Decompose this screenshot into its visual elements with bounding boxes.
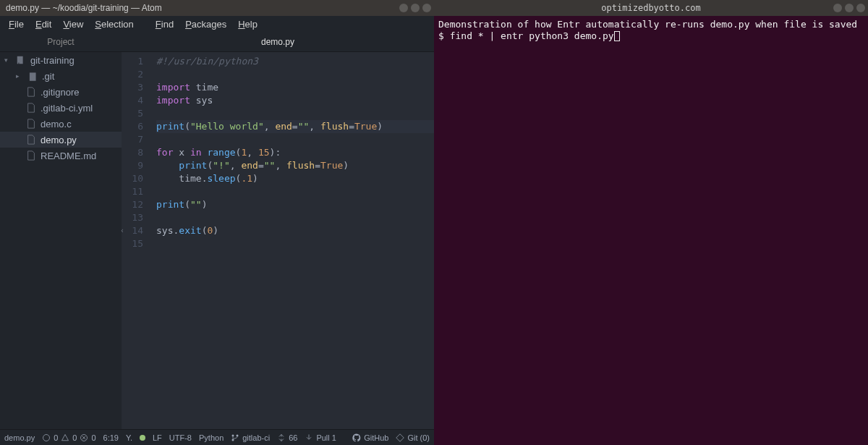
status-selection[interactable]: Y. <box>126 433 132 442</box>
maximize-icon[interactable] <box>411 4 420 12</box>
tree-item-label: demo.c <box>41 119 72 130</box>
status-diagnostics[interactable]: 0 0 0 <box>42 433 95 442</box>
tree-folder[interactable]: ▸▇.git <box>0 68 122 84</box>
status-git[interactable]: Git (0) <box>396 433 430 442</box>
tree-file[interactable]: .gitlab-ci.yml <box>0 100 122 116</box>
warn-icon <box>61 433 69 442</box>
terminal-body[interactable]: Demonstration of how Entr automatically … <box>434 16 868 445</box>
terminal-line: Demonstration of how Entr automatically … <box>438 19 864 30</box>
close-icon[interactable] <box>422 4 431 12</box>
line-gutter: 123456789101112131415 <box>122 52 150 429</box>
code-editor[interactable]: 123456789101112131415 #!/usr/bin/python3… <box>122 52 434 429</box>
tree-root[interactable]: ▾ git-training <box>0 52 122 68</box>
tree-item-label: .gitignore <box>41 87 79 98</box>
status-branch[interactable]: gitlab-ci <box>231 433 270 442</box>
tree-item-label: .gitlab-ci.yml <box>41 103 93 114</box>
terminal-title: optimizedbyotto.com <box>601 3 700 13</box>
menubar: File Edit View Selection Find Packages H… <box>0 16 434 32</box>
tabs-row: Project demo.py <box>0 32 434 52</box>
close-icon[interactable] <box>856 4 865 12</box>
svg-point-2 <box>232 434 234 436</box>
status-dot <box>140 435 145 441</box>
menu-find[interactable]: Find <box>151 17 178 31</box>
tree-root-label: git-training <box>30 55 75 66</box>
download-icon <box>305 433 313 442</box>
menu-selection[interactable]: Selection <box>90 17 137 31</box>
tree-file[interactable]: README.md <box>0 148 122 164</box>
tree-file[interactable]: .gitignore <box>0 84 122 100</box>
menu-view[interactable]: View <box>59 17 88 31</box>
tree-item-label: .git <box>42 71 54 82</box>
file-icon <box>26 103 36 113</box>
repo-icon <box>16 55 26 65</box>
maximize-icon[interactable] <box>845 4 854 12</box>
status-encoding[interactable]: UTF-8 <box>169 433 192 442</box>
fold-chevron-icon[interactable]: ‹ <box>120 224 124 237</box>
svg-point-4 <box>237 434 239 436</box>
tree-item-label: README.md <box>41 151 96 161</box>
minimize-icon[interactable] <box>399 4 408 12</box>
svg-point-0 <box>43 434 50 441</box>
window-controls[interactable] <box>833 4 865 12</box>
file-icon <box>26 135 36 145</box>
cursor-icon <box>614 31 620 41</box>
tree-file[interactable]: demo.py <box>0 132 122 148</box>
terminal-line: $ find * | entr python3 demo.py <box>438 30 864 42</box>
status-eol[interactable]: LF <box>153 433 162 442</box>
github-icon <box>352 433 361 442</box>
terminal-titlebar[interactable]: optimizedbyotto.com <box>434 0 868 16</box>
window-controls[interactable] <box>399 4 431 12</box>
menu-file[interactable]: File <box>4 17 28 31</box>
error-icon <box>80 433 88 442</box>
branch-icon <box>231 433 239 442</box>
menu-packages[interactable]: Packages <box>181 17 231 31</box>
status-cursor[interactable]: 6:19 <box>103 433 119 442</box>
terminal-window: optimizedbyotto.com Demonstration of how… <box>434 0 868 445</box>
status-github[interactable]: GitHub <box>352 433 388 442</box>
folder-icon: ▇ <box>27 71 38 81</box>
file-icon <box>26 151 36 161</box>
editor-title: demo.py — ~/koodia/git-training — Atom <box>0 3 162 13</box>
editor-titlebar[interactable]: demo.py — ~/koodia/git-training — Atom <box>0 0 434 16</box>
status-fetch[interactable]: 66 <box>277 433 297 442</box>
menu-edit[interactable]: Edit <box>31 17 56 31</box>
status-file[interactable]: demo.py <box>4 433 35 442</box>
tab-file[interactable]: demo.py <box>122 32 434 51</box>
status-bar: demo.py 0 0 0 6:19 Y. LF UTF-8 Python gi… <box>0 429 434 445</box>
status-lang[interactable]: Python <box>199 433 224 442</box>
sync-icon <box>277 433 286 442</box>
info-icon <box>42 433 51 442</box>
code-body[interactable]: #!/usr/bin/python3import timeimport sysp… <box>150 52 434 429</box>
dot-icon <box>140 435 145 441</box>
chevron-right-icon: ▸ <box>16 72 23 80</box>
tab-project[interactable]: Project <box>0 32 122 51</box>
minimize-icon[interactable] <box>833 4 842 12</box>
menu-help[interactable]: Help <box>234 17 262 31</box>
file-icon <box>26 87 36 97</box>
tree-item-label: demo.py <box>41 135 77 145</box>
tree-file[interactable]: demo.c <box>0 116 122 132</box>
git-icon <box>396 433 404 442</box>
editor-window: demo.py — ~/koodia/git-training — Atom F… <box>0 0 434 445</box>
status-pull[interactable]: Pull 1 <box>305 433 336 442</box>
file-tree[interactable]: ▾ git-training ▸▇.git.gitignore.gitlab-c… <box>0 52 122 429</box>
chevron-down-icon: ▾ <box>4 56 12 64</box>
file-icon <box>26 119 36 129</box>
